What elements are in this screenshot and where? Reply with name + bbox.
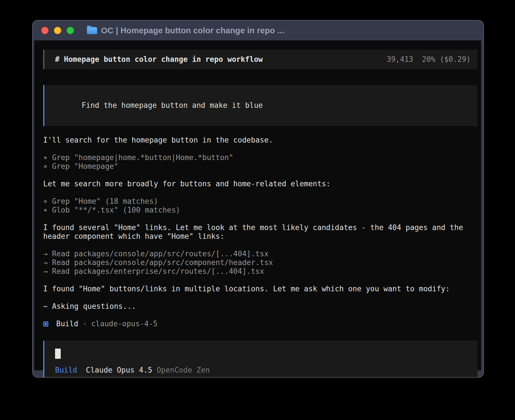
user-message: Find the homepage button and make it blu… — [43, 85, 477, 126]
transcript-line: ~ Asking questions... — [43, 302, 477, 311]
transcript-line — [43, 276, 477, 285]
terminal-window: OC | Homepage button color change in rep… — [32, 20, 484, 378]
transcript-line — [43, 215, 477, 223]
transcript-line: → Read packages/console/app/src/routes/[… — [43, 250, 477, 258]
transcript-line: header component which have "Home" links… — [43, 232, 477, 241]
agent-build-icon — [43, 321, 48, 327]
titlebar: OC | Homepage button color change in rep… — [33, 21, 483, 40]
transcript-line: ∗ Grep "Homepage" — [43, 162, 477, 171]
transcript-line: ∗ Glob "**/*.tsx" (100 matches) — [43, 206, 477, 215]
transcript-line — [43, 293, 477, 302]
input-provider-label: OpenCode Zen — [157, 366, 210, 375]
transcript-line: → Read packages/enterprise/src/routes/[.… — [43, 267, 477, 276]
prompt-input[interactable]: Build Claude Opus 4.5 OpenCode Zen — [43, 341, 477, 378]
agent-model: claude-opus-4-5 — [91, 320, 158, 328]
input-mode-badge[interactable]: Build — [55, 366, 77, 375]
assistant-transcript: I'll search for the homepage button in t… — [43, 136, 477, 311]
session-token-stats: 39,413 20% ($0.29) — [387, 55, 471, 64]
input-footer: Build Claude Opus 4.5 OpenCode Zen — [55, 366, 471, 375]
agent-status-row: Build · claude-opus-4-5 — [43, 320, 477, 328]
transcript-line: I found several "Home" links. Let me loo… — [43, 223, 477, 232]
input-model-label: Claude Opus 4.5 — [86, 366, 152, 375]
terminal-content: # Homepage button color change in repo w… — [34, 40, 481, 370]
transcript-line: I'll search for the homepage button in t… — [43, 136, 477, 145]
traffic-lights — [41, 27, 74, 34]
transcript-line: → Read packages/console/app/src/componen… — [43, 258, 477, 267]
transcript-line — [43, 188, 477, 197]
window-title: OC | Homepage button color change in rep… — [101, 26, 284, 35]
transcript-line: Let me search more broadly for buttons a… — [43, 180, 477, 188]
transcript-line — [43, 171, 477, 180]
user-message-text: Find the homepage button and make it blu… — [82, 101, 263, 110]
transcript-line: ∗ Grep "homepage|home.*button|Home.*butt… — [43, 153, 477, 162]
close-button[interactable] — [41, 27, 49, 34]
zoom-button[interactable] — [67, 27, 74, 34]
text-cursor — [55, 349, 61, 359]
agent-name: Build — [56, 320, 78, 328]
session-title: # Homepage button color change in repo w… — [55, 55, 263, 64]
minimize-button[interactable] — [54, 27, 61, 34]
folder-icon — [87, 27, 97, 34]
agent-separator: · — [82, 320, 87, 328]
transcript-line — [43, 241, 477, 250]
session-header: # Homepage button color change in repo w… — [43, 50, 477, 69]
transcript-line: ∗ Grep "Home" (18 matches) — [43, 197, 477, 206]
transcript-line — [43, 145, 477, 153]
transcript-line: I found "Home" buttons/links in multiple… — [43, 285, 477, 293]
